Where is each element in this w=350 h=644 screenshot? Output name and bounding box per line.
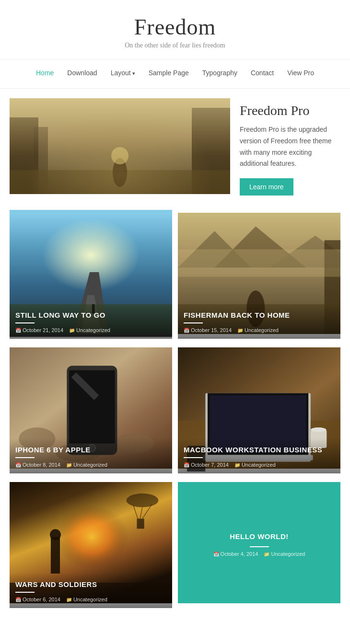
hero-description: Freedom Pro is the upgraded version of F…	[240, 124, 340, 170]
post-meta-1: 📅 October 21, 2014 📁 Uncategorized	[15, 327, 166, 333]
svg-rect-0	[10, 98, 230, 194]
calendar-icon-1: 📅	[15, 328, 21, 333]
nav-item-contact[interactable]: Contact	[244, 65, 280, 80]
post-overlay-5: WARS AND SOLDIERS 📅 October 6, 2014 📁 Un…	[10, 573, 172, 609]
post-title-6: HELLO WORLD!	[230, 532, 289, 541]
posts-grid: STILL LONG WAY TO GO 📅 October 21, 2014 …	[0, 210, 350, 618]
post-date-5: 📅 October 6, 2014	[15, 597, 60, 602]
post-title-1: STILL LONG WAY TO GO	[15, 310, 166, 320]
post-category-2: 📁 Uncategorized	[237, 327, 279, 333]
hero-image	[10, 98, 230, 194]
post-divider-6	[250, 546, 269, 547]
post-card-2[interactable]: FISHERMAN BACK TO HOME 📅 October 15, 201…	[178, 210, 340, 339]
svg-rect-4	[10, 98, 230, 156]
nav-item-view-pro[interactable]: View Pro	[280, 65, 321, 80]
svg-rect-42	[51, 537, 60, 574]
svg-rect-19	[178, 250, 340, 277]
post-card-1[interactable]: STILL LONG WAY TO GO 📅 October 21, 2014 …	[10, 210, 172, 339]
post-divider-1	[15, 322, 35, 323]
hero-title: Freedom Pro	[240, 103, 340, 118]
post-overlay-1: STILL LONG WAY TO GO 📅 October 21, 2014 …	[10, 303, 172, 339]
calendar-icon-3: 📅	[15, 462, 21, 468]
post-divider-2	[184, 322, 203, 323]
post-category-4: 📁 Uncategorized	[234, 462, 276, 468]
svg-rect-48	[137, 519, 144, 529]
post-meta-4: 📅 October 7, 2014 📁 Uncategorized	[184, 462, 335, 468]
main-nav: Home Download Layout Sample Page Typogra…	[0, 59, 350, 89]
svg-point-6	[113, 158, 127, 187]
post-card-3[interactable]: IPHONE 6 BY APPLE 📅 October 8, 2014 📁 Un…	[10, 345, 172, 473]
folder-icon-4: 📁	[234, 462, 240, 468]
nav-item-download[interactable]: Download	[60, 65, 104, 80]
nav-item-typography[interactable]: Typography	[196, 65, 244, 80]
post-meta-6: 📅 October 4, 2014 📁 Uncategorized	[213, 551, 305, 557]
calendar-icon-5: 📅	[15, 597, 21, 602]
folder-icon-3: 📁	[66, 462, 72, 468]
folder-icon-2: 📁	[237, 328, 243, 333]
post-overlay-3: IPHONE 6 BY APPLE 📅 October 8, 2014 📁 Un…	[10, 438, 172, 474]
post-divider-3	[15, 457, 35, 458]
post-card-6[interactable]: HELLO WORLD! 📅 October 4, 2014 📁 Uncateg…	[178, 479, 340, 608]
svg-point-7	[111, 147, 128, 164]
post-date-1: 📅 October 21, 2014	[15, 327, 63, 333]
nav-item-layout[interactable]: Layout	[104, 65, 142, 80]
post-title-5: WARS AND SOLDIERS	[15, 580, 166, 589]
svg-point-44	[127, 494, 159, 507]
post-category-3: 📁 Uncategorized	[66, 462, 107, 468]
hero-svg	[10, 98, 230, 194]
svg-rect-3	[34, 127, 48, 194]
post-title-4: MACBOOK WORKSTATION BUSINESS	[184, 445, 335, 455]
post-card-4[interactable]: MACBOOK WORKSTATION BUSINESS 📅 October 7…	[178, 345, 340, 473]
post-category-1: 📁 Uncategorized	[69, 327, 110, 333]
post-card-5[interactable]: WARS AND SOLDIERS 📅 October 6, 2014 📁 Un…	[10, 479, 172, 608]
learn-more-button[interactable]: Learn more	[240, 178, 293, 196]
svg-point-37	[311, 427, 326, 432]
hero-section: Freedom Pro Freedom Pro is the upgraded …	[0, 89, 350, 210]
post-meta-5: 📅 October 6, 2014 📁 Uncategorized	[15, 597, 166, 602]
post-divider-4	[184, 457, 203, 458]
svg-point-41	[55, 505, 128, 569]
post-category-6: 📁 Uncategorized	[264, 551, 305, 557]
svg-rect-1	[10, 117, 38, 194]
svg-rect-2	[192, 108, 230, 194]
calendar-icon-6: 📅	[213, 552, 219, 557]
post-date-3: 📅 October 8, 2014	[15, 462, 60, 468]
post-title-2: FISHERMAN BACK TO HOME	[184, 310, 335, 320]
post-title-3: IPHONE 6 BY APPLE	[15, 445, 166, 455]
svg-point-43	[50, 529, 61, 540]
calendar-icon-4: 📅	[184, 462, 189, 468]
svg-rect-5	[10, 170, 230, 194]
site-tagline: On the other side of fear lies freedom	[10, 42, 340, 49]
folder-icon-5: 📁	[66, 597, 72, 602]
site-header: Freedom On the other side of fear lies f…	[0, 0, 350, 54]
post-overlay-2: FISHERMAN BACK TO HOME 📅 October 15, 201…	[178, 303, 340, 339]
calendar-icon-2: 📅	[184, 328, 189, 333]
post-category-5: 📁 Uncategorized	[66, 597, 107, 602]
post-meta-3: 📅 October 8, 2014 📁 Uncategorized	[15, 462, 166, 468]
site-title: Freedom	[10, 14, 340, 40]
nav-item-home[interactable]: Home	[29, 65, 60, 80]
folder-icon-1: 📁	[69, 328, 75, 333]
post-overlay-4: MACBOOK WORKSTATION BUSINESS 📅 October 7…	[178, 438, 340, 474]
folder-icon-6: 📁	[264, 552, 269, 557]
post-date-4: 📅 October 7, 2014	[184, 462, 229, 468]
post-meta-2: 📅 October 15, 2014 📁 Uncategorized	[184, 327, 335, 333]
post-overlay-6: HELLO WORLD! 📅 October 4, 2014 📁 Uncateg…	[178, 479, 340, 608]
post-date-6: 📅 October 4, 2014	[213, 551, 258, 557]
nav-item-sample-page[interactable]: Sample Page	[142, 65, 196, 80]
post-date-2: 📅 October 15, 2014	[184, 327, 232, 333]
hero-content: Freedom Pro Freedom Pro is the upgraded …	[240, 98, 340, 196]
post-divider-5	[15, 592, 35, 593]
